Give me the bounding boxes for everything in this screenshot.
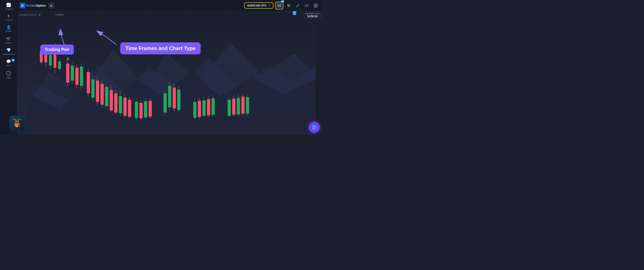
- sidebar-item-trading[interactable]: 📈 Trading: [0, 0, 17, 12]
- filters-icon: [287, 4, 291, 8]
- svg-point-14: [288, 4, 288, 5]
- price-display: 0.87837: [56, 14, 64, 16]
- sidebar-item-label-profile: Profile: [6, 30, 12, 33]
- sidebar-item-market[interactable]: 🛒 Market: [0, 35, 17, 46]
- svg-rect-109: [241, 96, 244, 113]
- indicators-icon: [304, 4, 309, 7]
- toolbar: AUD/CAD OTC ▼ M5: [244, 2, 320, 10]
- draw-button[interactable]: [294, 2, 302, 9]
- svg-rect-19: [314, 4, 316, 5]
- timeframe-badge: M5: [281, 1, 284, 2]
- svg-rect-8: [280, 4, 281, 7]
- layout-icon: [314, 4, 318, 8]
- promo-banner[interactable]: NEW YEAR 2025 🎁: [10, 116, 24, 131]
- sidebar: 📈 Trading $ Finance 👤 Profile 🛒 Market 💎…: [0, 0, 17, 135]
- settings-icon[interactable]: ⚙: [38, 13, 41, 16]
- annotation-trading-pair: Trading Pair: [40, 45, 74, 55]
- logo: P PocketOption: [20, 3, 46, 8]
- svg-rect-2: [278, 5, 278, 7]
- svg-rect-87: [168, 86, 171, 107]
- chat-badge: 3: [12, 59, 14, 62]
- trading-icon: 📈: [6, 3, 11, 7]
- timeframes-annotation-text: Time Frames and Chart Type: [125, 45, 196, 51]
- candlestick-chart: A: [34, 18, 309, 128]
- svg-rect-47: [58, 61, 61, 69]
- svg-rect-67: [110, 90, 113, 110]
- chart-area: 14:49:57 UTC+4 ⚙ 0.87837 Expiration time…: [17, 11, 322, 135]
- svg-rect-21: [314, 6, 316, 7]
- svg-rect-43: [49, 55, 52, 66]
- achievements-icon: 💎: [6, 48, 11, 52]
- promo-gift-icon: 🎁: [14, 122, 20, 128]
- sidebar-item-chat[interactable]: 💬 Chat 3: [0, 57, 17, 69]
- svg-rect-83: [148, 101, 152, 116]
- svg-rect-22: [316, 6, 318, 7]
- chevron-down-icon: ▼: [268, 4, 270, 7]
- candlestick-icon: [277, 4, 282, 8]
- market-icon: 🛒: [6, 37, 11, 41]
- svg-rect-49: [66, 63, 69, 83]
- finance-icon: $: [8, 15, 10, 18]
- svg-rect-51: [71, 66, 74, 80]
- expiration-panel: Expiration time 14:50:24: [302, 11, 322, 19]
- sidebar-item-help[interactable]: ? Help: [0, 69, 17, 81]
- promo-year: 2025: [15, 120, 19, 122]
- svg-rect-111: [246, 97, 249, 113]
- svg-rect-79: [140, 103, 143, 118]
- sidebar-item-label-market: Market: [5, 42, 12, 44]
- svg-rect-93: [193, 102, 196, 118]
- chat-icon: 💬: [6, 60, 11, 63]
- chatbot-button[interactable]: [309, 122, 320, 133]
- chart-type-button[interactable]: M5: [275, 2, 283, 10]
- svg-rect-61: [96, 81, 99, 102]
- chart-time: 14:49:57 UTC+4: [19, 14, 37, 16]
- svg-rect-89: [172, 87, 176, 108]
- pair-label: AUD/CAD OTC: [247, 4, 266, 7]
- svg-rect-57: [87, 72, 90, 93]
- svg-rect-105: [232, 99, 236, 114]
- svg-rect-85: [164, 93, 167, 112]
- sidebar-item-profile[interactable]: 👤 Profile: [0, 23, 17, 35]
- chatbot-icon: [311, 124, 318, 130]
- svg-rect-20: [316, 4, 318, 5]
- logo-text: PocketOption: [26, 4, 46, 7]
- logo-icon: P: [20, 3, 25, 8]
- svg-rect-77: [135, 102, 138, 118]
- svg-rect-65: [105, 87, 108, 106]
- svg-rect-53: [75, 68, 78, 85]
- sidebar-item-label-achievements: Achievements: [2, 53, 15, 55]
- svg-rect-91: [177, 90, 180, 110]
- pair-selector[interactable]: AUD/CAD OTC ▼: [244, 2, 274, 9]
- svg-point-16: [288, 6, 289, 7]
- svg-rect-99: [207, 99, 210, 115]
- svg-rect-75: [128, 100, 131, 117]
- sidebar-item-label-trading: Trading: [5, 8, 12, 10]
- sidebar-item-label-help: Help: [6, 77, 11, 79]
- expiration-time: 14:50:24: [305, 15, 320, 18]
- star-button[interactable]: ★: [48, 3, 54, 9]
- sidebar-item-label-chat: Chat: [6, 64, 11, 67]
- indicators-button[interactable]: [303, 2, 310, 9]
- help-icon: ?: [6, 71, 11, 76]
- svg-rect-101: [212, 98, 215, 115]
- expiration-label: Expiration time: [305, 13, 320, 15]
- svg-text:P: P: [22, 4, 24, 8]
- main-area: P PocketOption ★ AUD/CAD OTC ▼ M5: [17, 0, 322, 135]
- svg-rect-71: [119, 96, 122, 113]
- layout-button[interactable]: [312, 2, 320, 9]
- svg-rect-107: [237, 98, 240, 114]
- sidebar-item-finance[interactable]: $ Finance: [0, 12, 17, 23]
- sidebar-item-label-finance: Finance: [5, 19, 12, 21]
- svg-rect-73: [124, 98, 127, 116]
- sidebar-item-achievements[interactable]: 💎 Achievements: [0, 46, 17, 57]
- filters-button[interactable]: [285, 2, 292, 9]
- trading-pair-annotation-text: Trading Pair: [45, 47, 70, 52]
- profile-icon: 👤: [6, 25, 11, 29]
- svg-rect-97: [202, 100, 206, 116]
- chart-info: 14:49:57 UTC+4 ⚙ 0.87837: [19, 13, 64, 16]
- svg-text:A: A: [66, 57, 69, 61]
- svg-rect-81: [144, 101, 147, 117]
- svg-rect-5: [279, 5, 280, 7]
- svg-rect-69: [114, 93, 118, 112]
- svg-rect-103: [228, 100, 231, 116]
